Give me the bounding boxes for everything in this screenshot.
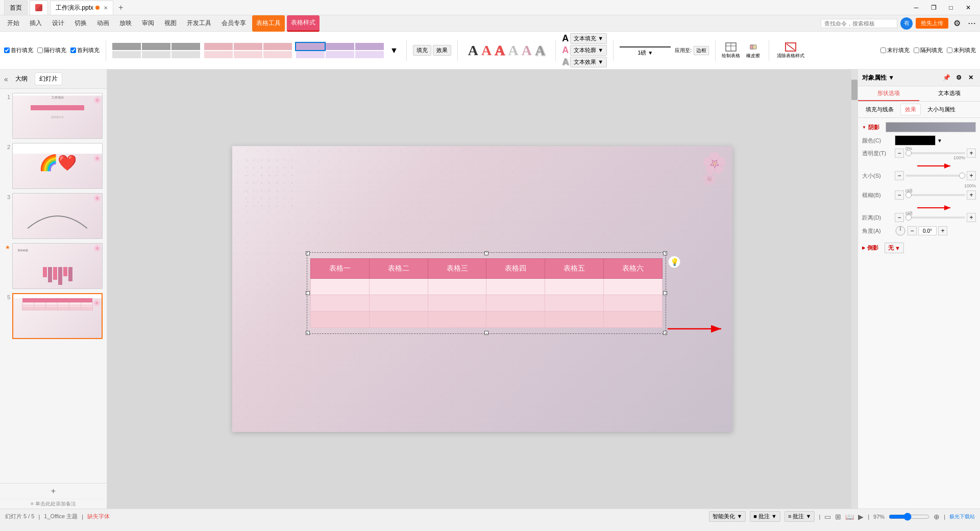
table-cell-1-4[interactable]: [486, 279, 545, 295]
new-tab-button[interactable]: +: [115, 3, 126, 12]
tab-table-style[interactable]: 表格样式: [287, 15, 320, 32]
user-avatar[interactable]: 有: [900, 17, 913, 30]
eraser-button[interactable]: 橡皮擦: [744, 41, 763, 60]
angle-dial[interactable]: [895, 225, 906, 236]
zoom-slider[interactable]: [889, 513, 929, 521]
transparency-thumb[interactable]: [905, 150, 912, 156]
table-cell-3-6[interactable]: [604, 311, 663, 328]
alt-col-fill-checkbox[interactable]: 隔列填充: [914, 46, 943, 54]
clear-style-button[interactable]: 清除表格样式: [775, 41, 806, 60]
style-purple-light-3[interactable]: [355, 51, 384, 58]
table-cell-2-3[interactable]: [428, 295, 486, 311]
slide-item-1[interactable]: 1 工作演示 副标题文本 🌸: [3, 92, 104, 140]
table-cell-3-3[interactable]: [428, 311, 486, 328]
table-cell-3-4[interactable]: [486, 311, 545, 328]
slide-item-2[interactable]: 2 🌈❤️ 🌸: [3, 142, 104, 190]
table-cell-3-2[interactable]: [369, 311, 428, 328]
style-light-3[interactable]: [172, 51, 200, 58]
panel-close-icon[interactable]: ✕: [966, 73, 976, 83]
tab-transition[interactable]: 切换: [69, 15, 92, 32]
panel-sub-size[interactable]: 大小与属性: [923, 104, 960, 115]
angle-increase-button[interactable]: +: [938, 226, 947, 235]
table-cell-1-1[interactable]: [311, 279, 370, 295]
style-expand-button[interactable]: ▼: [388, 46, 400, 55]
handle-tc[interactable]: [484, 251, 488, 255]
slide-table[interactable]: 表格一 表格二 表格三 表格四 表格五 表格六: [310, 258, 663, 328]
lightbulb-button[interactable]: 💡: [668, 256, 680, 268]
transparency-slider[interactable]: [905, 152, 965, 154]
style-purple-dark-3[interactable]: [355, 43, 384, 50]
reflection-section-header[interactable]: ▶ 倒影 无 ▼: [862, 243, 976, 253]
style-pink-light-1[interactable]: [204, 51, 233, 58]
size-slider[interactable]: [905, 175, 965, 177]
shadow-section-header[interactable]: ▼ 阴影: [862, 122, 976, 132]
reading-view-icon[interactable]: 📖: [845, 513, 854, 521]
slide-thumb-2[interactable]: 🌈❤️ 🌸: [12, 143, 103, 189]
table-cell-2-1[interactable]: [311, 295, 370, 311]
normal-view-icon[interactable]: ▭: [824, 513, 831, 521]
slide-thumb-1[interactable]: 工作演示 副标题文本 🌸: [12, 93, 103, 139]
handle-bl[interactable]: [306, 331, 310, 335]
fill-button[interactable]: 填充: [413, 45, 431, 56]
style-pink-dark-3[interactable]: [263, 43, 292, 50]
style-dark-2[interactable]: [142, 43, 170, 50]
size-decrease-button[interactable]: −: [895, 171, 904, 180]
style-dark-3[interactable]: [172, 43, 200, 50]
text-pink-button[interactable]: A: [522, 42, 532, 59]
expand-icon[interactable]: ⋯: [968, 18, 976, 28]
table-cell-1-6[interactable]: [604, 279, 663, 295]
slide-sorter-icon[interactable]: ⊞: [835, 513, 841, 521]
style-purple-light-1[interactable]: [296, 51, 325, 58]
style-purple-dark-1[interactable]: [296, 43, 325, 50]
text-fill-button[interactable]: 文本填充 ▼: [570, 33, 607, 44]
shadow-color-dropdown[interactable]: ▼: [937, 138, 942, 143]
blur-decrease-button[interactable]: −: [895, 190, 904, 200]
home-tab[interactable]: 首页: [4, 1, 28, 15]
last-row-fill-checkbox[interactable]: 末行填充: [880, 46, 910, 54]
blur-thumb[interactable]: [905, 192, 912, 198]
slide-item-4[interactable]: ★ 图表标题: [3, 242, 104, 290]
style-pink-light-3[interactable]: [263, 51, 292, 58]
blur-increase-button[interactable]: +: [967, 190, 976, 200]
size-increase-button[interactable]: +: [967, 171, 976, 180]
style-light-2[interactable]: [142, 51, 170, 58]
sidebar-collapse-button[interactable]: «: [4, 75, 8, 83]
panel-sub-effect[interactable]: 效果: [900, 104, 921, 115]
style-pink-dark-1[interactable]: [204, 43, 233, 50]
handle-bc[interactable]: [484, 331, 488, 335]
table-cell-2-6[interactable]: [604, 295, 663, 311]
text-effect-button[interactable]: 文本效果 ▼: [570, 57, 607, 67]
maximize-button[interactable]: □: [943, 2, 959, 14]
table-cell-2-4[interactable]: [486, 295, 545, 311]
tab-member[interactable]: 会员专享: [216, 15, 251, 32]
draw-table-button[interactable]: 绘制表格: [722, 41, 740, 60]
handle-tr[interactable]: [663, 251, 667, 255]
style-dark-1[interactable]: [112, 43, 141, 50]
table-cell-1-5[interactable]: [545, 279, 604, 295]
restore-button[interactable]: ❐: [926, 2, 941, 14]
tab-slideshow[interactable]: 放映: [114, 15, 137, 32]
minimize-button[interactable]: ─: [909, 2, 924, 14]
handle-mr[interactable]: [663, 291, 667, 295]
sidebar-tab-outline[interactable]: 大纲: [11, 73, 32, 85]
slide-thumb-3[interactable]: 🌸: [12, 193, 103, 239]
transparency-increase-button[interactable]: +: [967, 149, 976, 158]
table-header-1[interactable]: 表格一: [311, 259, 370, 279]
slide-table-container[interactable]: 表格一 表格二 表格三 表格四 表格五 表格六: [308, 253, 665, 333]
table-header-2[interactable]: 表格二: [369, 259, 428, 279]
slide-item-3[interactable]: 3 🌸: [3, 192, 104, 240]
presenter-view-icon[interactable]: ▶: [858, 513, 864, 521]
tab-design[interactable]: 设计: [47, 15, 69, 32]
table-header-5[interactable]: 表格五: [545, 259, 604, 279]
vscroll-thumb[interactable]: [851, 80, 857, 100]
panel-tab-text[interactable]: 文本选项: [919, 86, 981, 101]
doc-tab[interactable]: 工作演示.pptx ✕: [50, 1, 113, 15]
distance-slider[interactable]: [905, 216, 965, 219]
table-cell-2-5[interactable]: [545, 295, 604, 311]
style-purple-dark-2[interactable]: [326, 43, 354, 50]
comments-button[interactable]: ■ 批注 ▼: [750, 511, 780, 522]
style-purple-light-2[interactable]: [326, 51, 354, 58]
table-cell-2-2[interactable]: [369, 295, 428, 311]
add-slide-button[interactable]: +: [0, 483, 107, 499]
alt-row-fill-checkbox[interactable]: 隔行填充: [37, 46, 66, 54]
